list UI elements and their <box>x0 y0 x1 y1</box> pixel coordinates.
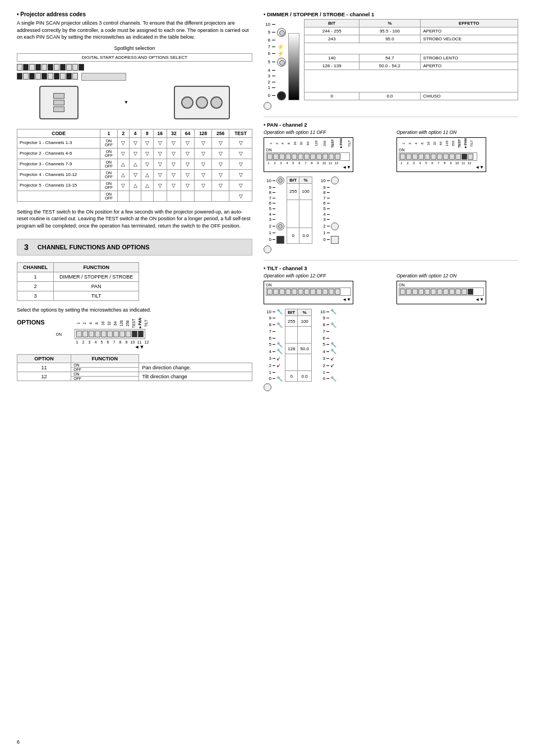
col-32: 32 <box>167 129 181 137</box>
table-row: 3 TILT <box>17 291 139 300</box>
dimmer-section: • DIMMER / STOPPER / STROBE - channel 1 … <box>264 11 518 110</box>
test-para: Setting the TEST switch to the ON positi… <box>17 208 252 230</box>
proj3-label: Projector 3 - Channels 7-9 <box>17 159 100 169</box>
table-row: Projector 4 - Channels 10-12 ONOFF △ ▽ △… <box>17 169 252 180</box>
p3-s6: ▽ <box>181 159 195 169</box>
pct2: 95.0 <box>359 35 420 43</box>
dimmer-content: 10 9 8 7⚡ 6⚡ 5 4 3 2 1 0 <box>264 19 518 100</box>
p1-s2: ▽ <box>130 137 141 148</box>
tilt-scale-off: 10🔧 9 8🔧 7 6 5🔧 4🔧 3↙ 2↙ 1 0🔧 <box>264 309 283 382</box>
pct3: 54.7 <box>359 54 420 62</box>
ch-header: CHANNEL <box>17 262 54 272</box>
table-row: 140 54.7 STROBO LENTO <box>305 54 518 62</box>
dip-5 <box>41 64 47 71</box>
p4-s1: △ <box>117 169 129 180</box>
opt-11: 11 <box>17 363 71 372</box>
pan-footer-icon <box>264 245 518 253</box>
table-row: 12 ON Tilt direction change <box>17 372 252 377</box>
pan-dip-off: 1 2 4 8 16 32 64 128 256 TEST ►PAN <box>264 137 353 172</box>
p4-s4: ▽ <box>153 169 167 180</box>
dip-row-2 <box>17 73 78 81</box>
bit1: 244 - 255 <box>305 27 359 35</box>
dip-r2-9 <box>66 73 72 80</box>
proj5-label: Projector 5 - Channels 13-15 <box>17 180 100 191</box>
bit4: 128 - 139 <box>305 62 359 70</box>
tilt-dip-on: ON <box>396 281 486 304</box>
lens2 <box>196 96 208 109</box>
code-col-header: CODE <box>17 129 100 137</box>
col-256: 256 <box>212 129 229 137</box>
dip-r2-5 <box>41 73 47 80</box>
p5-s1: ▽ <box>117 180 129 191</box>
eff2: STROBO VELOCE <box>420 35 518 43</box>
pan-diagram-off: 10 9 8 7 6 5 4 3 2 1 0 <box>264 177 312 244</box>
effetto-table: BIT % EFFETTO 244 - 255 95.5 - 100 APERT… <box>304 19 518 100</box>
dimmer-visual-scale: 10 9 8 7⚡ 6⚡ 5 4 3 2 1 0 <box>264 19 299 100</box>
arrow-right: ▼ <box>124 100 128 105</box>
pan-dip-on: 1 2 4 8 16 32 64 128 256 TEST ►PAN <box>396 137 486 172</box>
eff5: CHIUSO <box>420 92 518 100</box>
table-row: 0 0.0 CHIUSO <box>305 92 518 100</box>
dip-r2-8 <box>60 73 66 80</box>
tilt-opt-on: Operation with option 12 ON ON <box>396 273 518 304</box>
table-row: 1 DIMMER / STOPPER / STROBE <box>17 272 139 281</box>
tilt-bit-table-off: BIT% 255100 12850.0 00.0 <box>285 309 312 382</box>
dip-6 <box>48 64 53 71</box>
bit-header: BIT <box>305 20 359 27</box>
highlight-bar <box>81 73 126 81</box>
table-row-extra: ONOFF ▽ <box>17 191 252 201</box>
pan-bit-table-off: BIT% 255100 00.0 <box>287 177 312 244</box>
lens3 <box>210 96 223 109</box>
p1-s4: ▽ <box>153 137 167 148</box>
projector-address-para: A single PIN SCAN projector utilizes 3 c… <box>17 20 252 41</box>
col-64: 64 <box>181 129 195 137</box>
dip-4 <box>35 64 41 71</box>
ch2: 2 <box>17 281 54 291</box>
p4-s2: ▽ <box>130 169 141 180</box>
tilt-section: • TILT - channel 3 Operation with option… <box>264 265 518 391</box>
divider-1 <box>264 117 518 117</box>
p2-s7: ▽ <box>195 148 212 159</box>
p2-s1: ▽ <box>117 148 129 159</box>
table-row: Projector 5 - Channels 13-15 ONOFF ▽ △ △… <box>17 180 252 191</box>
tilt-diagram-row: 10🔧 9 8🔧 7 6 5🔧 4🔧 3↙ 2↙ 1 0🔧 <box>264 309 518 382</box>
table-row: Projector 3 - Channels 7-9 ONOFF △ △ ▽ ▽… <box>17 159 252 169</box>
p5-s2: △ <box>130 180 141 191</box>
col-2: 2 <box>117 129 129 137</box>
p5-onoff: ONOFF <box>100 180 118 191</box>
p3-s7: ▽ <box>195 159 212 169</box>
spotlight-label: Spotlight selection <box>17 45 252 51</box>
p2-s8: ▽ <box>212 148 229 159</box>
dip-11 <box>79 64 84 71</box>
p4-s7: ▽ <box>195 169 212 180</box>
col-128: 128 <box>195 129 212 137</box>
spotlight-diagram: Spotlight selection DIGITAL START ADDRES… <box>17 45 252 122</box>
page-number: 6 <box>17 734 518 745</box>
col-8: 8 <box>141 129 153 137</box>
projector-body-right <box>174 86 230 119</box>
p2-s9: ▽ <box>229 148 252 159</box>
opt-12-fn: Tilt direction change <box>139 372 252 381</box>
col-16: 16 <box>153 129 167 137</box>
dip-3 <box>29 64 35 71</box>
p4-s9: ▽ <box>229 169 252 180</box>
projector-address-title: • Projector address codes <box>17 11 252 17</box>
pan-opt-on-label: Operation with option 11 ON <box>396 129 518 135</box>
table-row <box>305 70 518 92</box>
options-label: OPTIONS <box>17 319 45 326</box>
channel-table: CHANNEL FUNCTION 1 DIMMER / STOPPER / ST… <box>17 262 139 301</box>
proj2-label: Projector 2 - Channels 4-6 <box>17 148 100 159</box>
opt-11-fn: Pan direction change. <box>139 363 252 372</box>
p2-s4: ▽ <box>153 148 167 159</box>
tilt-dip-off: ON <box>264 281 353 304</box>
tilt-title: • TILT - channel 3 <box>264 265 518 271</box>
p1-s1: ▽ <box>117 137 129 148</box>
options-section: OPTIONS 1 2 4 8 16 32 64 128 <box>17 319 252 381</box>
p4-s3: △ <box>141 169 153 180</box>
p1-s3: ▽ <box>141 137 153 148</box>
fn2: PAN <box>54 281 139 291</box>
p5-s4: ▽ <box>153 180 167 191</box>
p4-s6: ▽ <box>181 169 195 180</box>
blank-row-1 <box>305 43 518 54</box>
pan-opt-on: Operation with option 11 ON 1 2 4 8 16 3… <box>396 129 518 172</box>
